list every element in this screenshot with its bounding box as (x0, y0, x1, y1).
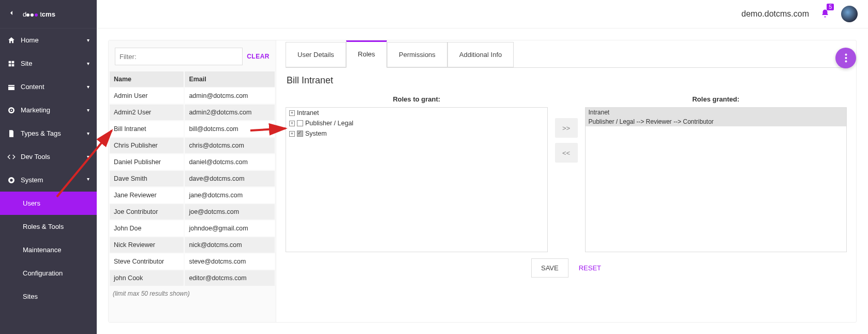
user-name: Nick Reviewer (110, 237, 184, 253)
subnav-roles-tools[interactable]: Roles & Tools (0, 215, 97, 238)
clear-button[interactable]: CLEAR (247, 53, 270, 60)
nav-site[interactable]: Site ▾ (0, 52, 97, 75)
chevron-up-icon: ▴ (87, 177, 89, 183)
nav-system[interactable]: System ▴ (0, 168, 97, 192)
nav-label: Content (21, 83, 44, 91)
more-actions-button[interactable] (835, 48, 856, 68)
table-note: (limit max 50 results shown) (109, 287, 276, 300)
chevron-down-icon: ▾ (87, 154, 89, 159)
table-row[interactable]: Dave Smithdave@dotcms.com (110, 171, 275, 186)
user-email: nick@dotcms.com (185, 237, 275, 253)
remove-role-button[interactable]: << (555, 143, 578, 163)
nav-home[interactable]: Home ▾ (0, 28, 97, 52)
svg-point-2 (11, 109, 12, 111)
tab-user-details[interactable]: User Details (286, 42, 346, 67)
table-row[interactable]: john Cookeditor@dotcms.com (110, 270, 275, 286)
table-row[interactable]: Admin Useradmin@dotcms.com (110, 88, 275, 104)
table-row[interactable]: Daniel Publisherdaniel@dotcms.com (110, 154, 275, 170)
table-row[interactable]: Bill Intranetbill@dotcms.com (110, 121, 275, 137)
checkbox[interactable] (297, 120, 303, 126)
table-row[interactable]: Nick Reviewernick@dotcms.com (110, 237, 275, 253)
user-name: Chris Publisher (110, 138, 184, 153)
user-email: joe@dotcms.com (185, 204, 275, 220)
site-name[interactable]: demo.dotcms.com (741, 9, 809, 19)
granted-role[interactable]: Intranet (586, 108, 847, 117)
granted-role[interactable]: Publisher / Legal --> Reviewer --> Contr… (586, 117, 847, 126)
system-subnav: Users Roles & Tools Maintenance Configur… (0, 192, 97, 308)
nav-dev-tools[interactable]: Dev Tools ▾ (0, 145, 97, 168)
expand-icon[interactable]: + (289, 121, 295, 126)
user-email: admin@dotcms.com (185, 88, 275, 104)
add-role-button[interactable]: >> (555, 118, 578, 138)
chevron-down-icon: ▾ (87, 107, 89, 113)
user-name: Dave Smith (110, 171, 184, 186)
col-name: Name (110, 71, 184, 87)
nav-content[interactable]: Content ▾ (0, 75, 97, 98)
expand-icon[interactable]: + (289, 131, 295, 137)
tab-permissions[interactable]: Permissions (387, 42, 447, 67)
checkbox[interactable] (297, 130, 303, 137)
page-title: Bill Intranet (287, 75, 847, 86)
tabs: User Details Roles Permissions Additiona… (286, 40, 847, 68)
roles-granted-box[interactable]: IntranetPublisher / Legal --> Reviewer -… (585, 107, 847, 252)
expand-icon[interactable]: + (289, 110, 295, 116)
subnav-configuration[interactable]: Configuration (0, 262, 97, 285)
chevron-down-icon: ▾ (87, 84, 89, 90)
user-email: steve@dotcms.com (185, 254, 275, 269)
sidebar: dtcms Home ▾ Site ▾ Content ▾ Marketing … (0, 0, 97, 334)
table-row[interactable]: Admin2 Useradmin2@dotcms.com (110, 105, 275, 120)
table-row[interactable]: Chris Publisherchris@dotcms.com (110, 138, 275, 153)
chevron-down-icon: ▾ (87, 61, 89, 66)
logo: dtcms (23, 9, 55, 19)
nav-label: Site (21, 60, 32, 67)
role-tree-item[interactable]: +Intranet (286, 108, 547, 118)
nav-marketing[interactable]: Marketing ▾ (0, 98, 97, 122)
shuttle: >> << (555, 118, 578, 163)
notifications-button[interactable]: 5 (820, 9, 830, 20)
col-email: Email (185, 71, 275, 87)
user-name: Admin User (110, 88, 184, 104)
role-label: Intranet (297, 109, 319, 117)
reset-button[interactable]: RESET (579, 264, 601, 272)
save-button[interactable]: SAVE (531, 258, 568, 278)
user-email: chris@dotcms.com (185, 138, 275, 153)
table-row[interactable]: Jane Reviewerjane@dotcms.com (110, 187, 275, 203)
user-name: Bill Intranet (110, 121, 184, 137)
role-tree-item[interactable]: +Publisher / Legal (286, 118, 547, 128)
content-body: CLEAR Name Email Admin Useradmin@dotcms.… (97, 28, 868, 334)
users-table: Name Email Admin Useradmin@dotcms.comAdm… (109, 70, 276, 287)
subnav-maintenance[interactable]: Maintenance (0, 238, 97, 262)
user-name: john Cook (110, 270, 184, 286)
role-label: System (305, 130, 327, 137)
roles-granted-label: Roles granted: (585, 95, 847, 103)
roles-to-grant-box[interactable]: +Intranet+Publisher / Legal+System (286, 107, 548, 252)
svg-point-4 (845, 57, 847, 59)
subnav-users[interactable]: Users (0, 192, 97, 215)
chevron-down-icon: ▾ (87, 130, 89, 136)
user-email: bill@dotcms.com (185, 121, 275, 137)
table-row[interactable]: John Doejohndoe@gmail.com (110, 221, 275, 236)
nav-label: System (21, 176, 43, 184)
table-row[interactable]: Joe Contributorjoe@dotcms.com (110, 204, 275, 220)
user-name: Joe Contributor (110, 204, 184, 220)
avatar[interactable] (841, 6, 858, 22)
user-name: John Doe (110, 221, 184, 236)
table-row[interactable]: Steve Contributorsteve@dotcms.com (110, 254, 275, 269)
tab-roles[interactable]: Roles (346, 40, 387, 68)
main: demo.dotcms.com 5 CLEAR (97, 0, 868, 334)
action-row: SAVE RESET (286, 258, 847, 278)
topbar: demo.dotcms.com 5 (97, 0, 868, 28)
nav-types-tags[interactable]: Types & Tags ▾ (0, 122, 97, 145)
user-email: daniel@dotcms.com (185, 154, 275, 170)
role-tree-item[interactable]: +System (286, 128, 547, 139)
roles-to-grant-label: Roles to grant: (286, 95, 548, 103)
user-name: Daniel Publisher (110, 154, 184, 170)
nav-label: Marketing (21, 106, 50, 114)
nav: Home ▾ Site ▾ Content ▾ Marketing ▾ Type… (0, 28, 97, 308)
back-icon[interactable] (7, 9, 16, 19)
filter-input[interactable] (115, 48, 243, 65)
tab-additional[interactable]: Additional Info (447, 42, 514, 67)
subnav-sites[interactable]: Sites (0, 285, 97, 308)
role-label: Publisher / Legal (305, 120, 353, 127)
notification-badge: 5 (827, 4, 834, 10)
